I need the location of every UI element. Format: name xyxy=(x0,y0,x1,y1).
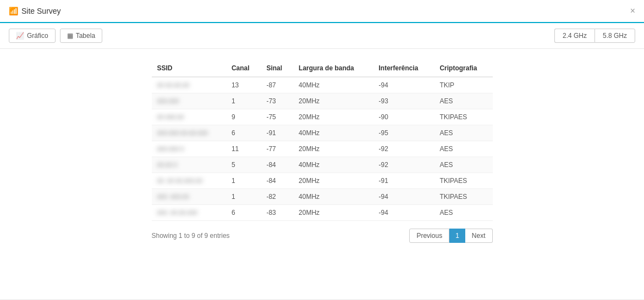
col-sinal: Sinal xyxy=(261,60,293,77)
cell-largura: 40MHz xyxy=(293,189,373,205)
table-row: ##.## #5-8440MHz-92AES xyxy=(152,157,493,173)
cell-criptografia: TKIP xyxy=(434,77,492,93)
cell-interferencia: -90 xyxy=(373,109,434,125)
toolbar: 📈 Gráfico ▦ Tabela 2.4 GHz 5.8 GHz xyxy=(0,23,644,49)
cell-ssid: ###.### xyxy=(152,93,226,109)
freq-24-button[interactable]: 2.4 GHz xyxy=(554,29,595,43)
cell-interferencia: -93 xyxy=(373,93,434,109)
table-row: ###. ###.##1-8240MHz-94TKIPAES xyxy=(152,189,493,205)
cell-largura: 40MHz xyxy=(293,157,373,173)
cell-sinal: -83 xyxy=(261,205,293,221)
cell-ssid: ## ##-##.## xyxy=(152,77,226,93)
cell-ssid: ##.## # xyxy=(152,157,226,173)
col-canal: Canal xyxy=(226,60,261,77)
cell-criptografia: AES xyxy=(434,93,492,109)
cell-criptografia: AES xyxy=(434,157,492,173)
chart-icon: 📈 xyxy=(16,32,24,40)
table-body: ## ##-##.##13-8740MHz-94TKIP###.###1-732… xyxy=(152,77,493,221)
main-content: SSID Canal Sinal Largura de banda Interf… xyxy=(0,49,644,243)
cell-largura: 40MHz xyxy=(293,125,373,141)
close-button[interactable]: × xyxy=(630,7,635,15)
cell-criptografia: TKIPAES xyxy=(434,189,492,205)
title-area: 📶 Site Survey xyxy=(9,7,61,15)
cell-canal: 6 xyxy=(226,205,261,221)
cell-canal: 9 xyxy=(226,109,261,125)
ssid-value: ##.## # xyxy=(157,162,178,168)
col-criptografia: Criptografia xyxy=(434,60,492,77)
cell-interferencia: -94 xyxy=(373,205,434,221)
cell-ssid: ###. ##.##.### xyxy=(152,205,226,221)
cell-sinal: -73 xyxy=(261,93,293,109)
cell-largura: 20MHz xyxy=(293,205,373,221)
ssid-value: ###.### xyxy=(157,98,179,104)
ssid-value: ###. ##.##.### xyxy=(157,209,197,216)
cell-interferencia: -94 xyxy=(373,77,434,93)
cell-canal: 6 xyxy=(226,125,261,141)
cell-canal: 1 xyxy=(226,189,261,205)
cell-interferencia: -91 xyxy=(373,173,434,189)
table-footer: Showing 1 to 9 of 9 entries Previous 1 N… xyxy=(152,222,493,243)
tabela-tab-button[interactable]: ▦ Tabela xyxy=(60,29,102,43)
table-row: ###.### ##-##.###6-9140MHz-95AES xyxy=(152,125,493,141)
next-button[interactable]: Next xyxy=(465,229,493,243)
previous-button[interactable]: Previous xyxy=(409,229,449,243)
cell-largura: 20MHz xyxy=(293,173,373,189)
cell-ssid: ###. ###.## xyxy=(152,189,226,205)
cell-canal: 11 xyxy=(226,141,261,157)
ssid-value: ##. ## ##.###.## xyxy=(157,177,203,184)
cell-interferencia: -95 xyxy=(373,125,434,141)
wifi-icon: 📶 xyxy=(9,7,18,15)
col-interferencia: Interferência xyxy=(373,60,434,77)
cell-ssid: ###.### ##-##.### xyxy=(152,125,226,141)
cell-canal: 5 xyxy=(226,157,261,173)
ssid-value: ###.### # xyxy=(157,146,184,152)
tabela-label: Tabela xyxy=(76,32,95,40)
table-row: ###.###1-7320MHz-93AES xyxy=(152,93,493,109)
table-row: ###.### #11-7720MHz-92AES xyxy=(152,141,493,157)
ssid-value: ## ###.## xyxy=(157,114,184,120)
table-icon: ▦ xyxy=(67,32,73,40)
ssid-value: ###.### ##-##.### xyxy=(157,130,208,136)
toolbar-left: 📈 Gráfico ▦ Tabela xyxy=(9,29,102,43)
table-row: ## ###.##9-7520MHz-90TKIPAES xyxy=(152,109,493,125)
cell-sinal: -87 xyxy=(261,77,293,93)
cell-ssid: ###.### # xyxy=(152,141,226,157)
showing-text: Showing 1 to 9 of 9 entries xyxy=(152,232,230,240)
pagination: Previous 1 Next xyxy=(409,229,492,243)
freq-58-button[interactable]: 5.8 GHz xyxy=(595,29,635,43)
cell-ssid: ## ###.## xyxy=(152,109,226,125)
cell-canal: 1 xyxy=(226,93,261,109)
cell-sinal: -82 xyxy=(261,189,293,205)
table-row: ###. ##.##.###6-8320MHz-94AES xyxy=(152,205,493,221)
cell-largura: 20MHz xyxy=(293,93,373,109)
grafico-tab-button[interactable]: 📈 Gráfico xyxy=(9,29,56,43)
cell-criptografia: AES xyxy=(434,205,492,221)
site-survey-table: SSID Canal Sinal Largura de banda Interf… xyxy=(152,60,493,221)
cell-sinal: -75 xyxy=(261,109,293,125)
cell-canal: 13 xyxy=(226,77,261,93)
cell-criptografia: TKIPAES xyxy=(434,109,492,125)
cell-canal: 1 xyxy=(226,173,261,189)
table-row: ## ##-##.##13-8740MHz-94TKIP xyxy=(152,77,493,93)
cell-sinal: -84 xyxy=(261,173,293,189)
table-header: SSID Canal Sinal Largura de banda Interf… xyxy=(152,60,493,77)
title-bar: 📶 Site Survey × xyxy=(0,0,644,23)
ssid-value: ## ##-##.## xyxy=(157,82,190,88)
cell-interferencia: -92 xyxy=(373,141,434,157)
page-number-1[interactable]: 1 xyxy=(449,229,465,243)
grafico-label: Gráfico xyxy=(27,32,48,40)
cell-criptografia: AES xyxy=(434,125,492,141)
cell-sinal: -91 xyxy=(261,125,293,141)
cell-interferencia: -94 xyxy=(373,189,434,205)
cell-largura: 20MHz xyxy=(293,141,373,157)
freq-buttons: 2.4 GHz 5.8 GHz xyxy=(554,29,635,43)
cell-largura: 40MHz xyxy=(293,77,373,93)
cell-largura: 20MHz xyxy=(293,109,373,125)
table-row: ##. ## ##.###.##1-8420MHz-91TKIPAES xyxy=(152,173,493,189)
cell-criptografia: AES xyxy=(434,141,492,157)
cell-sinal: -84 xyxy=(261,157,293,173)
col-largura: Largura de banda xyxy=(293,60,373,77)
col-ssid: SSID xyxy=(152,60,226,77)
cell-sinal: -77 xyxy=(261,141,293,157)
cell-interferencia: -92 xyxy=(373,157,434,173)
